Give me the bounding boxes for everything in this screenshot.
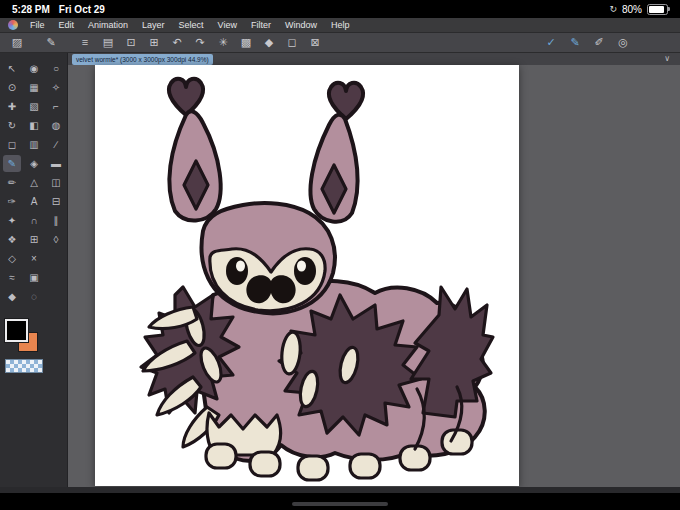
screentone-icon[interactable]: ▩ (237, 33, 255, 52)
pencil-tool[interactable]: ✏ (3, 174, 21, 191)
zoom-tool[interactable]: ⊙ (3, 79, 21, 96)
blend-tool[interactable]: ≈ (3, 269, 21, 286)
guide-tool[interactable]: ∥ (47, 212, 65, 229)
timeline-tool[interactable]: ▬ (47, 155, 65, 172)
tone-tool[interactable]: ▦ (25, 79, 43, 96)
transform-icon[interactable]: ◻ (283, 33, 301, 52)
heart-right (329, 83, 363, 119)
snapshot-icon[interactable]: ⊠ (306, 33, 324, 52)
document-tab-bar: velvet wormie* (3000 x 3000px 300dpi 44.… (68, 53, 680, 65)
figure-tool[interactable]: △ (25, 174, 43, 191)
menu-edit[interactable]: Edit (52, 18, 82, 32)
document-tab[interactable]: velvet wormie* (3000 x 3000px 300dpi 44.… (72, 54, 213, 65)
filter-icon[interactable]: ✳ (214, 33, 232, 52)
chevron-down-icon[interactable]: ∨ (664, 53, 670, 65)
battery-nub (668, 7, 670, 11)
tool-palette: ↖⊙✚↻◻✎✏✑✦❖◇≈◆ ◉▦▧◧▥◈△A∩⊞×▣◌ ○✧⌐◍∕▬◫⊟∥◊ (0, 53, 68, 487)
tool-column-1: ↖⊙✚↻◻✎✏✑✦❖◇≈◆ (3, 60, 21, 305)
tool-column-3: ○✧⌐◍∕▬◫⊟∥◊ (47, 60, 65, 248)
stylus-confirm-icon[interactable]: ✓ (542, 33, 560, 52)
main-menu-icon[interactable]: ≡ (76, 33, 94, 52)
command-bar-left-icons: ≡▤⊡⊞↶↷✳▩◆◻⊠ (76, 33, 324, 52)
airbrush-tool[interactable]: ✦ (3, 212, 21, 229)
menu-items: FileEditAnimationLayerSelectViewFilterWi… (23, 18, 356, 32)
loupe-icon[interactable]: ◎ (614, 33, 632, 52)
eye-left (226, 257, 248, 285)
home-bar (0, 493, 680, 510)
pattern-tool[interactable]: ▧ (25, 98, 43, 115)
frame-tool[interactable]: ⊞ (25, 231, 43, 248)
menu-window[interactable]: Window (278, 18, 324, 32)
artwork (95, 65, 519, 486)
correct-tool[interactable]: × (25, 250, 43, 267)
deselect-tool[interactable]: ◌ (25, 288, 43, 305)
foot (206, 444, 236, 468)
ipad-screen: 5:28 PM Fri Oct 29 ↻ 80% FileEditAnimati… (0, 0, 680, 510)
menu-help[interactable]: Help (324, 18, 357, 32)
tool-column-2: ◉▦▧◧▥◈△A∩⊞×▣◌ (25, 60, 43, 305)
pen-tool[interactable]: ✎ (3, 155, 21, 172)
home-indicator[interactable] (292, 502, 388, 506)
edit-canvas-icon[interactable]: ⊡ (122, 33, 140, 52)
menu-view[interactable]: View (211, 18, 244, 32)
orientation-lock-icon: ↻ (609, 4, 617, 14)
foot (250, 452, 280, 476)
grid-icon[interactable]: ⊞ (145, 33, 163, 52)
menu-layer[interactable]: Layer (135, 18, 172, 32)
status-left: 5:28 PM Fri Oct 29 (12, 4, 105, 15)
foot (442, 430, 472, 454)
brush-panel-icon[interactable]: ✎ (42, 33, 60, 52)
lasso-tool[interactable]: ○ (47, 60, 65, 77)
grid-snap-tool[interactable]: ⊟ (47, 193, 65, 210)
date: Fri Oct 29 (59, 4, 105, 15)
undo-icon[interactable]: ↶ (168, 33, 186, 52)
menu-select[interactable]: Select (172, 18, 211, 32)
eraser-tool[interactable]: ◇ (3, 250, 21, 267)
symmetry-tool[interactable]: ◊ (47, 231, 65, 248)
stylus-edit-icon[interactable]: ✎ (566, 33, 584, 52)
text-tool[interactable]: A (25, 193, 43, 210)
wand-tool[interactable]: ✧ (47, 79, 65, 96)
menu-file[interactable]: File (23, 18, 52, 32)
battery-percent: 80% (622, 4, 642, 15)
status-right: ↻ 80% (609, 4, 668, 15)
status-bar: 5:28 PM Fri Oct 29 ↻ 80% (0, 0, 680, 18)
panel-toggle-icons: ▨✎ (0, 33, 70, 52)
battery-level (649, 6, 664, 13)
move-tool[interactable]: ✚ (3, 98, 21, 115)
line-tool[interactable]: ∕ (47, 136, 65, 153)
transparent-color-swatch[interactable] (5, 359, 43, 373)
brush-tool[interactable]: ✑ (3, 193, 21, 210)
gradient-tool[interactable]: ◈ (25, 155, 43, 172)
canvas-properties-icon[interactable]: ▤ (99, 33, 117, 52)
material-tool[interactable]: ▣ (25, 269, 43, 286)
menu-filter[interactable]: Filter (244, 18, 278, 32)
menu-animation[interactable]: Animation (81, 18, 135, 32)
contrast-tool[interactable]: ◧ (25, 117, 43, 134)
main-color-swatch[interactable] (5, 319, 28, 342)
command-bar: ▨✎ ≡▤⊡⊞↶↷✳▩◆◻⊠ ✓✎✐◎ (0, 33, 680, 53)
curve-tool[interactable]: ∩ (25, 212, 43, 229)
workspace (68, 65, 680, 487)
eye-right (294, 257, 316, 285)
heart-left (169, 79, 203, 115)
canvas[interactable] (95, 65, 519, 486)
pupil-right (297, 261, 306, 272)
operation-tool[interactable]: ↖ (3, 60, 21, 77)
tone-panel-icon[interactable]: ▨ (8, 33, 26, 52)
fill-tool[interactable]: ◆ (3, 288, 21, 305)
fill-icon[interactable]: ◆ (260, 33, 278, 52)
eyedropper-tool[interactable]: ◉ (25, 60, 43, 77)
selection-tool[interactable]: ◻ (3, 136, 21, 153)
ruler-tool[interactable]: ⌐ (47, 98, 65, 115)
line-correction-icon[interactable]: ✐ (590, 33, 608, 52)
balloon-tool[interactable]: ◍ (47, 117, 65, 134)
decoration-tool[interactable]: ❖ (3, 231, 21, 248)
onion-skin-tool[interactable]: ◫ (47, 174, 65, 191)
pupil-left (236, 261, 245, 272)
rotate-tool[interactable]: ↻ (3, 117, 21, 134)
screen-tool[interactable]: ▥ (25, 136, 43, 153)
app-logo-icon[interactable] (8, 20, 18, 30)
document-title: velvet wormie* (3000 x 3000px 300dpi 44.… (76, 56, 209, 63)
redo-icon[interactable]: ↷ (191, 33, 209, 52)
